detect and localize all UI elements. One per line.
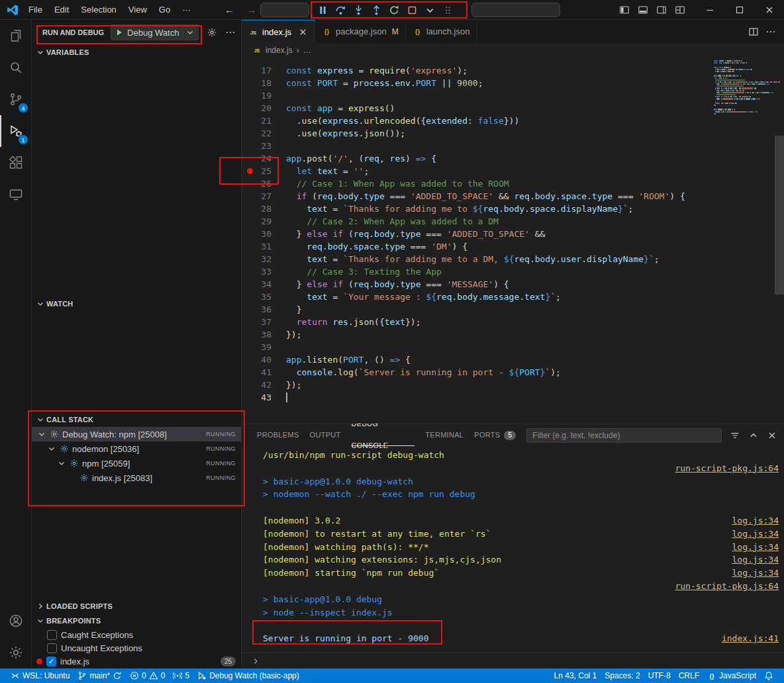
code-line[interactable]: 31 req.body.space.type === 'DM') { (242, 240, 784, 253)
editor-scrollbar[interactable] (775, 136, 784, 295)
source-link[interactable]: log.js:34 (732, 553, 779, 567)
call-stack-item[interactable]: index.js [25083]RUNNING (32, 471, 241, 485)
code-line[interactable]: 41 console.log(`Server is running in por… (242, 366, 784, 379)
pause-button[interactable] (314, 2, 332, 18)
step-into-button[interactable] (350, 2, 368, 18)
customize-layout-button[interactable] (671, 0, 689, 20)
gutter[interactable]: 17 (242, 64, 286, 77)
code-line[interactable]: 34 } else if (req.body.type === 'MESSAGE… (242, 278, 784, 291)
debug-console-input[interactable] (242, 653, 784, 668)
panel-tab-terminal[interactable]: TERMINAL (425, 424, 464, 446)
split-editor-icon[interactable] (748, 26, 759, 37)
code-line[interactable]: 38}); (242, 328, 784, 341)
section-breakpoints[interactable]: BREAKPOINTS (32, 614, 241, 628)
gutter[interactable]: 35 (242, 291, 286, 303)
code-line[interactable]: 30 } else if (req.body.type === 'ADDED_T… (242, 228, 784, 240)
gutter[interactable]: 27 (242, 190, 286, 203)
toggle-primary-sidebar-button[interactable] (615, 0, 634, 20)
checkbox[interactable] (46, 657, 56, 666)
status-language-mode[interactable]: {}JavaScript (703, 668, 760, 683)
code-editor[interactable]: 17const express = require('express');18c… (242, 58, 784, 424)
activity-accounts[interactable] (0, 605, 32, 637)
status-encoding[interactable]: UTF-8 (644, 668, 675, 683)
code-line[interactable]: 22 .use(express.json()); (242, 127, 784, 140)
close-panel-icon[interactable] (767, 430, 777, 441)
breakpoint-item[interactable]: Caught Exceptions (32, 628, 241, 641)
gutter[interactable]: 25 (242, 165, 286, 177)
status-cursor-position[interactable]: Ln 43, Col 1 (550, 668, 601, 683)
gutter[interactable]: 21 (242, 114, 286, 127)
call-stack-item[interactable]: nodemon [25036]RUNNING (32, 441, 241, 456)
maximize-button[interactable] (724, 0, 754, 20)
menu-go[interactable]: Go (153, 0, 176, 20)
code-line[interactable]: 32 text = `Thanks for adding me to a DM,… (242, 253, 784, 265)
code-line[interactable]: 43 (242, 391, 784, 404)
gutter[interactable]: 37 (242, 316, 286, 328)
source-link[interactable]: log.js:34 (732, 527, 779, 541)
gutter[interactable]: 18 (242, 77, 286, 89)
step-out-button[interactable] (368, 2, 385, 18)
gutter[interactable]: 36 (242, 303, 286, 316)
code-line[interactable]: 35 text = `Your message : ${req.body.mes… (242, 291, 784, 303)
section-loaded-scripts[interactable]: LOADED SCRIPTS (32, 599, 241, 614)
source-link[interactable]: log.js:34 (732, 567, 779, 580)
checkbox[interactable] (47, 630, 57, 640)
gutter[interactable]: 33 (242, 265, 286, 278)
step-over-button[interactable] (332, 2, 350, 18)
status-debug-session[interactable]: Debug Watch (basic-app) (193, 668, 303, 683)
code-line[interactable]: 19 (242, 89, 784, 102)
code-line[interactable]: 36 } (242, 303, 784, 316)
source-link[interactable]: log.js:34 (732, 514, 779, 527)
code-line[interactable]: 37 return res.json({text}); (242, 316, 784, 328)
code-line[interactable]: 29 // Case 2: When App was added to a DM (242, 215, 784, 228)
breadcrumb-file[interactable]: index.js (266, 46, 293, 55)
gutter[interactable]: 19 (242, 89, 286, 102)
status-forwarded-ports[interactable]: 5 (169, 668, 193, 683)
gutter[interactable]: 30 (242, 228, 286, 240)
gutter[interactable]: 22 (242, 127, 286, 140)
gutter[interactable]: 23 (242, 140, 286, 152)
breadcrumb-more[interactable]: … (303, 46, 311, 55)
tab-package-json[interactable]: {}package.jsonM (315, 20, 406, 43)
launch-config-dropdown[interactable]: Debug Watch (111, 24, 199, 40)
activity-remote-explorer[interactable] (0, 179, 32, 210)
gutter[interactable]: 31 (242, 240, 286, 253)
activity-settings[interactable] (0, 637, 32, 668)
section-call-stack[interactable]: CALL STACK (32, 412, 241, 427)
code-line[interactable]: 40app.listen(PORT, () => { (242, 353, 784, 366)
activity-search[interactable] (0, 52, 32, 83)
history-forward-icon[interactable]: → (240, 4, 262, 15)
activity-extensions[interactable] (0, 147, 32, 179)
code-line[interactable]: 28 text = `Thanks for adding me to ${req… (242, 203, 784, 215)
gutter[interactable]: 29 (242, 215, 286, 228)
gutter[interactable]: 40 (242, 353, 286, 366)
status-indentation[interactable]: Spaces: 2 (601, 668, 644, 683)
toggle-panel-button[interactable] (634, 0, 652, 20)
restart-button[interactable] (385, 2, 403, 18)
maximize-panel-icon[interactable] (748, 430, 759, 441)
activity-explorer[interactable] (0, 20, 32, 52)
code-line[interactable]: 18const PORT = process.env.PORT || 9000; (242, 77, 784, 89)
toggle-secondary-sidebar-button[interactable] (652, 0, 671, 20)
breakpoint-item[interactable]: index.js25 (32, 655, 241, 668)
gutter[interactable]: 28 (242, 203, 286, 215)
panel-tab-debug-console[interactable]: DEBUG CONSOLE (352, 424, 415, 446)
breakpoint-icon[interactable] (247, 168, 253, 174)
panel-tab-problems[interactable]: PROBLEMS (257, 424, 299, 446)
call-stack-item[interactable]: Debug Watch: npm [25008]RUNNING (32, 427, 241, 441)
gutter[interactable]: 39 (242, 341, 286, 353)
code-line[interactable]: 33 // Case 3: Texting the App (242, 265, 784, 278)
section-watch[interactable]: WATCH (32, 296, 241, 311)
code-line[interactable]: 42}); (242, 379, 784, 391)
session-picker-button[interactable] (421, 2, 439, 18)
status-git-branch[interactable]: main* (74, 668, 126, 683)
source-link[interactable]: run-script-pkg.js:64 (675, 580, 779, 593)
tab-launch-json[interactable]: {}launch.json (406, 20, 477, 43)
breakpoint-item[interactable]: Uncaught Exceptions (32, 641, 241, 655)
filter-lines-icon[interactable] (730, 430, 740, 441)
section-variables[interactable]: VARIABLES (32, 45, 241, 60)
gutter[interactable]: 24 (242, 152, 286, 165)
panel-tab-output[interactable]: OUTPUT (310, 424, 341, 446)
breadcrumb[interactable]: JS index.js › … (242, 43, 784, 58)
console-filter-input[interactable] (526, 428, 722, 443)
